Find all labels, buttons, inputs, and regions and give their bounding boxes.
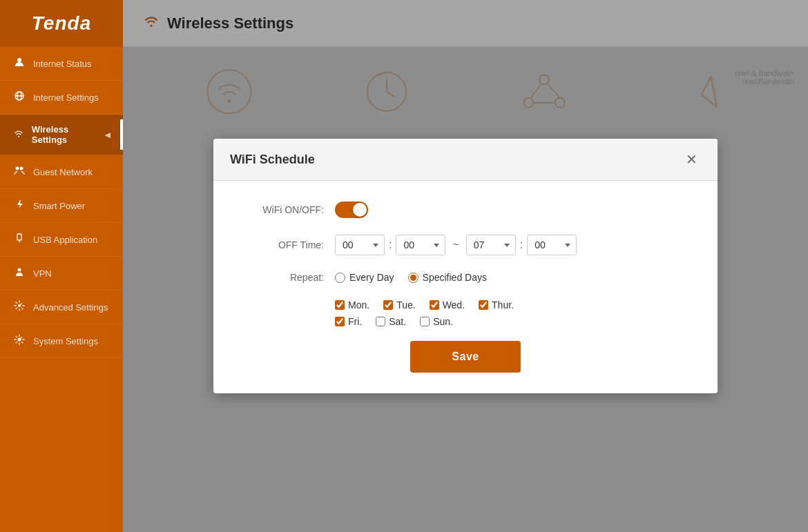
days-section: Mon. Tue. Wed. Thur. Fri. Sat. Sun. bbox=[335, 299, 690, 327]
every-day-label: Every Day bbox=[349, 272, 394, 283]
sidebar: Tenda Internet Status Internet Settings … bbox=[0, 0, 123, 532]
modal-overlay: WiFi Schedule ✕ WiFi ON/OFF: OFF Time: bbox=[123, 0, 808, 532]
off-min-select[interactable]: 000510152025303540455055 bbox=[396, 235, 445, 255]
repeat-label: Repeat: bbox=[241, 272, 324, 283]
sidebar-icon-internet-settings bbox=[12, 90, 26, 104]
sidebar-item-system-settings[interactable]: System Settings bbox=[0, 324, 123, 358]
off-time-row: OFF Time: 000102030405060708091011121314… bbox=[241, 235, 690, 255]
specified-days-label: Specified Days bbox=[423, 272, 487, 283]
sidebar-item-usb-application[interactable]: USB Application bbox=[0, 223, 123, 257]
svg-point-9 bbox=[18, 304, 21, 307]
day-check-wed[interactable] bbox=[430, 300, 439, 310]
save-row: Save bbox=[241, 341, 690, 373]
sidebar-icon-smart-power bbox=[12, 199, 26, 213]
sidebar-label-smart-power: Smart Power bbox=[33, 201, 85, 211]
off-time-label: OFF Time: bbox=[241, 239, 324, 250]
off-hour-select[interactable]: 0001020304050607080910111213141516171819… bbox=[335, 235, 385, 255]
day-label-tue: Tue. bbox=[396, 299, 416, 311]
days-row-2: Fri. Sat. Sun. bbox=[335, 316, 690, 327]
close-button[interactable]: ✕ bbox=[682, 150, 701, 169]
wifi-onoff-row: WiFi ON/OFF: bbox=[241, 201, 690, 218]
day-check-thur[interactable] bbox=[479, 300, 488, 310]
day-label-fri: Fri. bbox=[348, 316, 362, 327]
day-fri[interactable]: Fri. bbox=[335, 316, 362, 327]
sidebar-item-smart-power[interactable]: Smart Power bbox=[0, 189, 123, 223]
day-check-sat[interactable] bbox=[376, 317, 385, 326]
wifi-toggle[interactable] bbox=[335, 201, 368, 218]
day-mon[interactable]: Mon. bbox=[335, 299, 369, 311]
day-check-fri[interactable] bbox=[335, 317, 345, 326]
on-min-select[interactable]: 000510152025303540455055 bbox=[527, 235, 577, 255]
svg-point-4 bbox=[16, 167, 19, 170]
day-label-sun: Sun. bbox=[433, 316, 453, 327]
toggle-wrap bbox=[335, 201, 368, 218]
time-tilde: ~ bbox=[452, 239, 459, 251]
sidebar-label-system-settings: System Settings bbox=[33, 336, 98, 346]
wifi-schedule-modal: WiFi Schedule ✕ WiFi ON/OFF: OFF Time: bbox=[213, 139, 718, 393]
svg-rect-6 bbox=[17, 234, 21, 240]
sidebar-icon-system-settings bbox=[12, 334, 26, 348]
repeat-row: Repeat: Every Day Specified Days bbox=[241, 272, 690, 283]
specified-days-option[interactable]: Specified Days bbox=[408, 272, 487, 283]
sidebar-label-wireless-settings: Wireless Settings bbox=[32, 124, 98, 145]
modal-title: WiFi Schedule bbox=[230, 152, 315, 167]
sidebar-item-wireless-settings[interactable]: Wireless Settings ◀ bbox=[0, 115, 123, 155]
day-thur[interactable]: Thur. bbox=[479, 299, 514, 311]
sidebar-item-advanced-settings[interactable]: Advanced Settings bbox=[0, 290, 123, 324]
sidebar-icon-vpn bbox=[12, 266, 26, 280]
sidebar-label-usb-application: USB Application bbox=[33, 235, 97, 245]
save-button[interactable]: Save bbox=[410, 341, 520, 373]
logo: Tenda bbox=[0, 0, 123, 47]
sidebar-item-internet-status[interactable]: Internet Status bbox=[0, 47, 123, 81]
day-sat[interactable]: Sat. bbox=[376, 316, 406, 327]
svg-point-0 bbox=[17, 58, 21, 62]
time-colon-2: : bbox=[520, 239, 523, 251]
sidebar-label-internet-status: Internet Status bbox=[33, 59, 92, 69]
sidebar-item-vpn[interactable]: VPN bbox=[0, 257, 123, 290]
svg-point-8 bbox=[18, 268, 21, 272]
sidebar-label-guest-network: Guest Network bbox=[33, 167, 93, 177]
sidebar-label-vpn: VPN bbox=[33, 268, 52, 279]
day-check-sun[interactable] bbox=[420, 317, 430, 326]
toggle-knob bbox=[353, 203, 367, 217]
sidebar-icon-usb-application bbox=[12, 233, 26, 246]
sidebar-label-advanced-settings: Advanced Settings bbox=[33, 302, 108, 313]
time-colon-1: : bbox=[389, 239, 392, 251]
sidebar-arrow: ◀ bbox=[105, 131, 110, 139]
sidebar-icon-advanced-settings bbox=[12, 300, 26, 314]
day-check-tue[interactable] bbox=[383, 300, 393, 310]
days-row-1: Mon. Tue. Wed. Thur. bbox=[335, 299, 690, 311]
sidebar-label-internet-settings: Internet Settings bbox=[33, 92, 99, 103]
time-selectors: 0001020304050607080910111213141516171819… bbox=[335, 235, 577, 255]
sidebar-item-guest-network[interactable]: Guest Network bbox=[0, 155, 123, 189]
day-tue[interactable]: Tue. bbox=[383, 299, 416, 311]
every-day-option[interactable]: Every Day bbox=[335, 272, 394, 283]
sidebar-item-internet-settings[interactable]: Internet Settings bbox=[0, 81, 123, 115]
day-wed[interactable]: Wed. bbox=[430, 299, 465, 311]
day-sun[interactable]: Sun. bbox=[420, 316, 453, 327]
day-label-thur: Thur. bbox=[492, 299, 514, 311]
on-hour-select[interactable]: 0001020304050607080910111213141516171819… bbox=[466, 235, 516, 255]
sidebar-icon-internet-status bbox=[12, 57, 26, 70]
sidebar-icon-wireless-settings bbox=[12, 128, 25, 141]
day-label-sat: Sat. bbox=[389, 316, 406, 327]
modal-body: WiFi ON/OFF: OFF Time: 00010203040506070… bbox=[213, 181, 718, 393]
main-content: Wireless Settings bbox=[123, 0, 808, 532]
logo-text: Tenda bbox=[32, 12, 91, 35]
specified-days-radio[interactable] bbox=[408, 273, 419, 283]
sidebar-icon-guest-network bbox=[12, 165, 26, 179]
every-day-radio[interactable] bbox=[335, 273, 345, 283]
day-check-mon[interactable] bbox=[335, 300, 345, 310]
repeat-radio-group: Every Day Specified Days bbox=[335, 272, 487, 283]
modal-header: WiFi Schedule ✕ bbox=[213, 139, 718, 181]
day-label-wed: Wed. bbox=[443, 299, 465, 311]
svg-point-5 bbox=[20, 167, 23, 170]
day-label-mon: Mon. bbox=[348, 299, 369, 311]
wifi-onoff-label: WiFi ON/OFF: bbox=[241, 204, 324, 215]
